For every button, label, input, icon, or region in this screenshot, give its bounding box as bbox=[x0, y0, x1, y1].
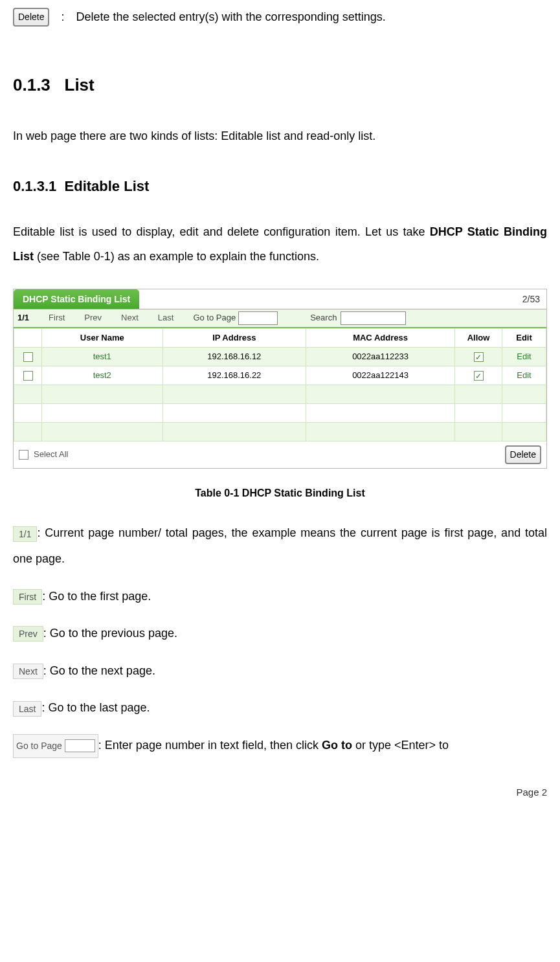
para-post: (see Table 0-1) as an example to explain… bbox=[34, 250, 319, 263]
cell-mac: 0022aa112233 bbox=[306, 348, 455, 366]
table-caption: Table 0-1 DHCP Static Binding List bbox=[13, 485, 547, 502]
table-row: test2 192.168.16.22 0022aa122143 Edit bbox=[14, 366, 546, 385]
row-checkbox[interactable] bbox=[23, 371, 33, 381]
legend-pn-text: : Current page number/ total pages, the … bbox=[13, 526, 547, 565]
nav-last[interactable]: Last bbox=[158, 311, 174, 325]
allow-checkbox[interactable] bbox=[474, 371, 484, 381]
page-indicator: 1/1 bbox=[17, 311, 29, 325]
col-edit: Edit bbox=[502, 329, 546, 348]
table-tab-bar: DHCP Static Binding List 2/53 bbox=[14, 289, 546, 309]
chip-next: Next bbox=[13, 664, 43, 679]
legend-goto-post: or type <Enter> to bbox=[352, 739, 449, 752]
col-user: User Name bbox=[42, 329, 163, 348]
goto-label[interactable]: Go to Page bbox=[193, 311, 236, 325]
editable-list-paragraph: Editable list is used to display, edit a… bbox=[13, 220, 547, 269]
chip-goto-box bbox=[65, 739, 95, 752]
nav-goto: Go to Page bbox=[193, 311, 278, 325]
subheading-num: 0.1.3.1 bbox=[13, 178, 56, 194]
chip-page-num: 1/1 bbox=[13, 526, 37, 542]
table-row-empty bbox=[14, 423, 546, 442]
edit-link[interactable]: Edit bbox=[502, 366, 546, 385]
cell-ip: 192.168.16.22 bbox=[162, 366, 306, 385]
legend-section: 1/1: Current page number/ total pages, t… bbox=[13, 520, 547, 758]
legend-last: Last: Go to the last page. bbox=[13, 695, 547, 721]
top-delete-line: Delete : Delete the selected entry(s) wi… bbox=[13, 8, 547, 27]
table-delete-button[interactable]: Delete bbox=[505, 445, 541, 464]
search-label: Search bbox=[310, 311, 337, 325]
table-row-empty bbox=[14, 385, 546, 404]
select-all-checkbox[interactable] bbox=[19, 450, 28, 460]
heading-0-1-3: 0.1.3 List bbox=[13, 72, 547, 99]
legend-page-num: 1/1: Current page number/ total pages, t… bbox=[13, 520, 547, 572]
legend-next: Next: Go to the next page. bbox=[13, 658, 547, 684]
delete-button-graphic: Delete bbox=[13, 8, 49, 26]
col-allow: Allow bbox=[455, 329, 502, 348]
cell-user[interactable]: test2 bbox=[42, 366, 163, 385]
table-row-empty bbox=[14, 404, 546, 423]
legend-goto-bold: Go to bbox=[322, 739, 352, 752]
chip-last: Last bbox=[13, 701, 41, 717]
cell-mac: 0022aa122143 bbox=[306, 366, 455, 385]
nav-prev[interactable]: Prev bbox=[84, 311, 102, 325]
table-bottom-bar: Select All Delete bbox=[14, 442, 546, 467]
legend-first: First: Go to the first page. bbox=[13, 584, 547, 610]
chip-first: First bbox=[13, 589, 42, 605]
heading-num: 0.1.3 bbox=[13, 75, 50, 95]
heading-title: List bbox=[65, 75, 95, 95]
delete-desc: Delete the selected entry(s) with the co… bbox=[76, 8, 385, 27]
col-ip: IP Address bbox=[162, 329, 306, 348]
legend-next-text: : Go to the next page. bbox=[43, 664, 155, 677]
legend-last-text: : Go to the last page. bbox=[41, 701, 150, 714]
page-footer: Page 2 bbox=[13, 785, 547, 800]
table-tab-title: DHCP Static Binding List bbox=[14, 289, 139, 309]
legend-prev-text: : Go to the previous page. bbox=[43, 627, 177, 640]
legend-prev: Prev: Go to the previous page. bbox=[13, 621, 547, 647]
legend-first-text: : Go to the first page. bbox=[42, 590, 151, 603]
colon: : bbox=[61, 8, 64, 27]
goto-input[interactable] bbox=[238, 311, 278, 325]
edit-link[interactable]: Edit bbox=[502, 348, 546, 366]
table-row: test1 192.168.16.12 0022aa112233 Edit bbox=[14, 348, 546, 366]
col-mac: MAC Address bbox=[306, 329, 455, 348]
table-counter: 2/53 bbox=[516, 289, 546, 309]
heading-0-1-3-1: 0.1.3.1 Editable List bbox=[13, 175, 547, 197]
intro-paragraph: In web page there are two kinds of lists… bbox=[13, 124, 547, 149]
subheading-title: Editable List bbox=[65, 178, 150, 194]
nav-next[interactable]: Next bbox=[121, 311, 139, 325]
chip-goto-label: Go to Page bbox=[16, 736, 62, 756]
dhcp-table-figure: DHCP Static Binding List 2/53 1/1 First … bbox=[13, 289, 547, 469]
nav-search: Search bbox=[310, 311, 406, 325]
cell-user[interactable]: test1 bbox=[42, 348, 163, 366]
table-nav-row: 1/1 First Prev Next Last Go to Page Sear… bbox=[14, 309, 546, 328]
chip-goto: Go to Page bbox=[13, 734, 98, 758]
row-checkbox[interactable] bbox=[23, 352, 33, 362]
select-all-label[interactable]: Select All bbox=[34, 448, 68, 462]
para-pre: Editable list is used to display, edit a… bbox=[13, 225, 430, 238]
legend-goto: Go to Page : Enter page number in text f… bbox=[13, 733, 547, 759]
search-input[interactable] bbox=[341, 311, 406, 325]
cell-ip: 192.168.16.12 bbox=[162, 348, 306, 366]
chip-prev: Prev bbox=[13, 626, 43, 642]
legend-goto-pre: : Enter page number in text field, then … bbox=[98, 739, 322, 752]
nav-first[interactable]: First bbox=[49, 311, 65, 325]
allow-checkbox[interactable] bbox=[474, 352, 484, 362]
data-grid: User Name IP Address MAC Address Allow E… bbox=[14, 328, 546, 442]
